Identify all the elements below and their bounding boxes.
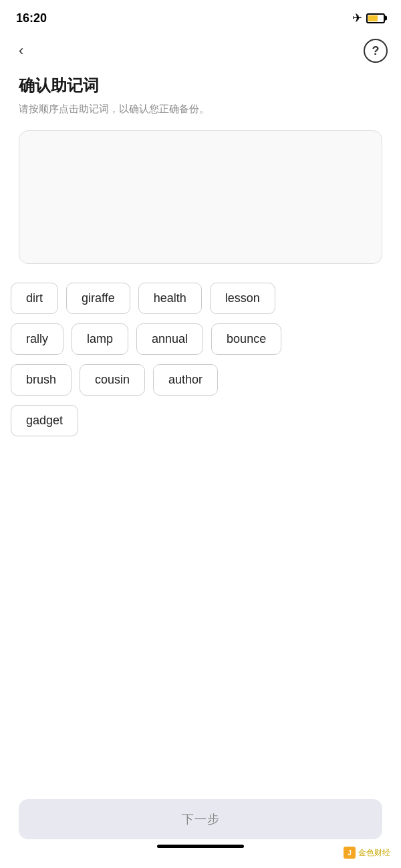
battery-fill xyxy=(368,15,378,21)
words-row-1: dirt giraffe health lesson xyxy=(11,283,390,314)
words-row-2: rally lamp annual bounce xyxy=(11,323,390,355)
words-row-3: brush cousin author xyxy=(11,364,390,396)
word-chip-giraffe[interactable]: giraffe xyxy=(66,283,130,314)
next-button[interactable]: 下一步 xyxy=(19,799,382,839)
word-chip-bounce[interactable]: bounce xyxy=(211,323,281,355)
word-chip-lesson[interactable]: lesson xyxy=(210,283,275,314)
airplane-icon: ✈ xyxy=(352,11,362,25)
bottom-area: 下一步 xyxy=(0,788,401,868)
word-chip-rally[interactable]: rally xyxy=(11,323,63,355)
words-row-4: gadget xyxy=(11,405,390,436)
confirm-box[interactable] xyxy=(19,130,382,264)
watermark-logo: J xyxy=(344,847,356,859)
page-title: 确认助记词 xyxy=(19,75,382,96)
word-chip-brush[interactable]: brush xyxy=(11,364,72,396)
status-icons: ✈ xyxy=(352,11,385,25)
word-chip-dirt[interactable]: dirt xyxy=(11,283,58,314)
word-chip-cousin[interactable]: cousin xyxy=(80,364,145,396)
status-time: 16:20 xyxy=(16,11,47,25)
watermark-text: 金色财经 xyxy=(358,847,390,859)
help-button[interactable]: ? xyxy=(364,39,388,63)
watermark: J 金色财经 xyxy=(344,847,390,859)
page-subtitle: 请按顺序点击助记词，以确认您正确备份。 xyxy=(19,102,382,117)
word-chip-lamp[interactable]: lamp xyxy=(72,323,128,355)
home-indicator xyxy=(157,845,244,848)
status-bar: 16:20 ✈ xyxy=(0,0,401,33)
words-area: dirt giraffe health lesson rally lamp an… xyxy=(0,283,401,436)
main-content: 确认助记词 请按顺序点击助记词，以确认您正确备份。 xyxy=(0,68,401,264)
battery-icon xyxy=(366,13,385,23)
back-button[interactable]: ‹ xyxy=(13,39,29,62)
nav-bar: ‹ ? xyxy=(0,33,401,68)
word-chip-author[interactable]: author xyxy=(153,364,218,396)
word-chip-annual[interactable]: annual xyxy=(136,323,203,355)
word-chip-health[interactable]: health xyxy=(138,283,202,314)
word-chip-gadget[interactable]: gadget xyxy=(11,405,78,436)
